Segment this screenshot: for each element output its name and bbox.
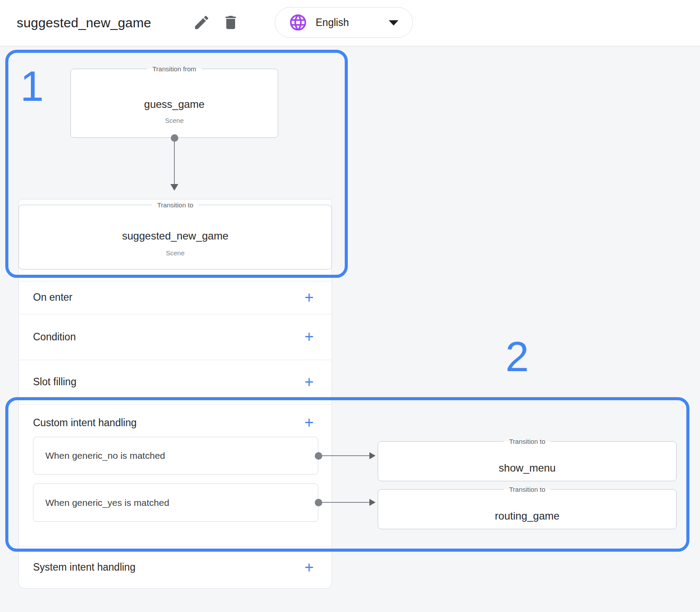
connector-line [174,142,175,184]
arrowhead-right-icon [369,452,376,459]
intent-label: When generic_yes is matched [45,498,169,508]
arrowhead-right-icon [369,499,376,506]
transition-to-legend: Transition to [504,438,551,445]
scene-type: Scene [71,116,278,125]
intent-card-generic-no[interactable]: When generic_no is matched [33,437,318,475]
edit-scene-button[interactable] [190,11,213,34]
section-label: Custom intent handling [33,417,136,429]
chevron-down-icon [389,20,398,26]
section-system-intent-handling: System intent handling + [18,546,332,589]
transition-target-show-menu[interactable]: Transition to show_menu [378,438,677,481]
add-condition-button[interactable]: + [301,329,317,345]
add-on-enter-button[interactable]: + [301,290,317,306]
connector-line [322,455,369,456]
transition-to-legend: Transition to [152,202,199,208]
section-label: On enter [33,291,73,303]
transition-to-legend: Transition to [504,486,551,493]
language-label: English [316,17,349,29]
trash-icon [222,14,239,33]
transition-from-legend: Transition from [147,66,201,72]
language-selector[interactable]: English [275,7,413,38]
arrowhead-down-icon [170,184,178,191]
section-slot-filling: Slot filling + [18,360,332,404]
add-custom-intent-button[interactable]: + [301,415,317,431]
transition-target-routing-game[interactable]: Transition to routing_game [378,486,677,529]
connector-dot [315,499,322,506]
globe-icon [288,13,308,32]
section-label: Slot filling [33,376,76,388]
header-bar: suggested_new_game English [0,0,700,46]
annotation-number-1: 1 [20,65,44,107]
add-system-intent-button[interactable]: + [301,560,317,575]
page-title: suggested_new_game [17,0,151,46]
annotation-number-2: 2 [505,335,529,378]
scene-editor: suggested_new_game English Transition fr… [0,0,700,612]
intent-card-generic-yes[interactable]: When generic_yes is matched [33,483,318,522]
connector-line [322,502,369,503]
scene-name: routing_game [378,509,676,523]
section-custom-intent-handling: Custom intent handling + [18,404,332,441]
transition-from-node[interactable]: Transition from guess_game Scene [70,66,278,138]
connector-dot [171,134,178,142]
delete-scene-button[interactable] [219,11,242,34]
section-on-enter: On enter + [18,281,332,314]
scene-name: show_menu [378,461,676,475]
transition-to-node[interactable]: Transition to suggested_new_game Scene [18,202,332,269]
section-condition: Condition + [18,314,332,360]
scene-type: Scene [19,249,332,258]
pencil-icon [193,14,210,33]
add-slot-filling-button[interactable]: + [301,374,317,390]
section-label: Condition [33,331,76,343]
intent-label: When generic_no is matched [45,450,165,461]
section-label: System intent handling [33,561,136,573]
scene-name: suggested_new_game [19,229,332,243]
scene-name: guess_game [71,98,278,111]
connector-dot [315,452,322,460]
